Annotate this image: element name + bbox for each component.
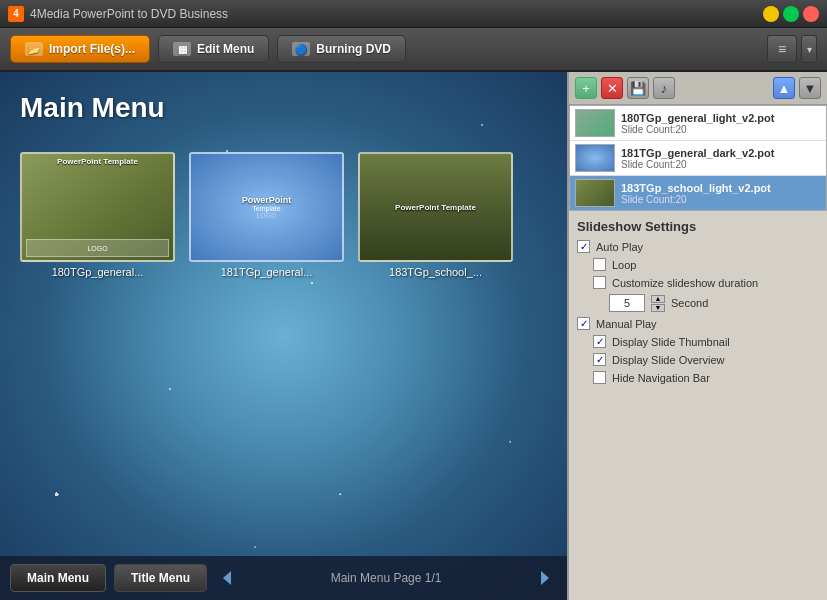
slideshow-settings: Slideshow Settings Auto Play Loop Custom… bbox=[569, 211, 827, 600]
next-page-button[interactable] bbox=[533, 566, 557, 590]
auto-play-label: Auto Play bbox=[596, 241, 643, 253]
slides-grid: PowerPoint Template LOGO 180TGp_general.… bbox=[10, 142, 557, 288]
file-sub-1: Slide Count:20 bbox=[621, 124, 821, 135]
duration-up-button[interactable]: ▲ bbox=[651, 295, 665, 303]
slide-item-2[interactable]: PowerPoint Template LOGO 181TGp_general.… bbox=[189, 152, 344, 278]
display-slide-thumbnail-label: Display Slide Thumbnail bbox=[612, 336, 730, 348]
app-icon: 4 bbox=[8, 6, 24, 22]
window-controls bbox=[763, 6, 819, 22]
file-thumb-3 bbox=[575, 179, 615, 207]
burning-dvd-button[interactable]: 🔵 Burning DVD bbox=[277, 35, 406, 63]
edit-menu-icon: ▦ bbox=[173, 42, 191, 56]
slide2-text: PowerPoint Template LOGO bbox=[191, 154, 342, 260]
prev-page-button[interactable] bbox=[215, 566, 239, 590]
customize-duration-row: Customize slideshow duration bbox=[577, 276, 819, 289]
file-sub-3: Slide Count:20 bbox=[621, 194, 821, 205]
hide-navigation-bar-label: Hide Navigation Bar bbox=[612, 372, 710, 384]
duration-spinner: ▲ ▼ bbox=[651, 295, 665, 312]
file-name-1: 180TGp_general_light_v2.pot bbox=[621, 112, 821, 124]
manual-play-label: Manual Play bbox=[596, 318, 657, 330]
loop-row: Loop bbox=[577, 258, 819, 271]
display-slide-overview-row: Display Slide Overview bbox=[577, 353, 819, 366]
slide2-title: PowerPoint bbox=[242, 195, 292, 205]
file-thumb-2 bbox=[575, 144, 615, 172]
duration-value-row: ▲ ▼ Second bbox=[577, 294, 819, 312]
display-slide-overview-label: Display Slide Overview bbox=[612, 354, 724, 366]
maximize-button[interactable] bbox=[783, 6, 799, 22]
slide-thumb-3: PowerPoint Template bbox=[358, 152, 513, 262]
prev-arrow-icon bbox=[217, 568, 237, 588]
slide-thumb-1: PowerPoint Template LOGO bbox=[20, 152, 175, 262]
main-menu-nav-button[interactable]: Main Menu bbox=[10, 564, 106, 592]
import-files-button[interactable]: 📂 Import File(s)... bbox=[10, 35, 150, 63]
file-thumb-1 bbox=[575, 109, 615, 137]
toolbar-right: ≡ ▾ bbox=[767, 35, 817, 63]
slide2-label: 181TGp_general... bbox=[221, 266, 313, 278]
hide-navigation-bar-row: Hide Navigation Bar bbox=[577, 371, 819, 384]
music-button[interactable]: ♪ bbox=[653, 77, 675, 99]
save-file-button[interactable]: 💾 bbox=[627, 77, 649, 99]
file-item-3[interactable]: 183TGp_school_light_v2.pot Slide Count:2… bbox=[570, 176, 826, 210]
move-down-button[interactable]: ▼ bbox=[799, 77, 821, 99]
file-name-2: 181TGp_general_dark_v2.pot bbox=[621, 147, 821, 159]
slide2-logo-label: LOGO bbox=[256, 212, 276, 219]
file-name-3: 183TGp_school_light_v2.pot bbox=[621, 182, 821, 194]
slide1-inner-label: PowerPoint Template bbox=[22, 157, 173, 166]
bottom-navigation: Main Menu Title Menu Main Menu Page 1/1 bbox=[0, 556, 567, 600]
duration-unit-label: Second bbox=[671, 297, 708, 309]
app-title: 4Media PowerPoint to DVD Business bbox=[30, 7, 757, 21]
slide1-logo: LOGO bbox=[26, 239, 169, 257]
loop-label: Loop bbox=[612, 259, 636, 271]
duration-input[interactable] bbox=[609, 294, 645, 312]
remove-file-button[interactable]: ✕ bbox=[601, 77, 623, 99]
toolbar: 📂 Import File(s)... ▦ Edit Menu 🔵 Burnin… bbox=[0, 28, 827, 72]
add-file-button[interactable]: + bbox=[575, 77, 597, 99]
display-slide-overview-checkbox[interactable] bbox=[593, 353, 606, 366]
settings-title: Slideshow Settings bbox=[577, 219, 819, 234]
customize-duration-label: Customize slideshow duration bbox=[612, 277, 758, 289]
display-slide-thumbnail-checkbox[interactable] bbox=[593, 335, 606, 348]
next-arrow-icon bbox=[535, 568, 555, 588]
main-area: Main Menu PowerPoint Template LOGO 180TG… bbox=[0, 72, 827, 600]
display-slide-thumbnail-row: Display Slide Thumbnail bbox=[577, 335, 819, 348]
title-menu-nav-button[interactable]: Title Menu bbox=[114, 564, 207, 592]
manual-play-row: Manual Play bbox=[577, 317, 819, 330]
file-list: 180TGp_general_light_v2.pot Slide Count:… bbox=[569, 105, 827, 211]
import-icon: 📂 bbox=[25, 42, 43, 56]
burning-icon: 🔵 bbox=[292, 42, 310, 56]
slide3-label: 183TGp_school_... bbox=[389, 266, 482, 278]
duration-down-button[interactable]: ▼ bbox=[651, 304, 665, 312]
move-up-button[interactable]: ▲ bbox=[773, 77, 795, 99]
auto-play-checkbox[interactable] bbox=[577, 240, 590, 253]
file-list-toolbar: + ✕ 💾 ♪ ▲ ▼ bbox=[569, 72, 827, 105]
toolbar-dropdown-button[interactable]: ▾ bbox=[801, 35, 817, 63]
file-sub-2: Slide Count:20 bbox=[621, 159, 821, 170]
file-item-1[interactable]: 180TGp_general_light_v2.pot Slide Count:… bbox=[570, 106, 826, 141]
edit-menu-button[interactable]: ▦ Edit Menu bbox=[158, 35, 269, 63]
customize-duration-checkbox[interactable] bbox=[593, 276, 606, 289]
list-view-button[interactable]: ≡ bbox=[767, 35, 797, 63]
file-info-1: 180TGp_general_light_v2.pot Slide Count:… bbox=[621, 112, 821, 135]
auto-play-row: Auto Play bbox=[577, 240, 819, 253]
hide-navigation-bar-checkbox[interactable] bbox=[593, 371, 606, 384]
slide2-sub: Template bbox=[252, 205, 280, 212]
minimize-button[interactable] bbox=[763, 6, 779, 22]
slide3-inner: PowerPoint Template bbox=[360, 154, 511, 260]
file-info-3: 183TGp_school_light_v2.pot Slide Count:2… bbox=[621, 182, 821, 205]
file-item-2[interactable]: 181TGp_general_dark_v2.pot Slide Count:2… bbox=[570, 141, 826, 176]
main-menu-title: Main Menu bbox=[20, 92, 165, 124]
right-panel: + ✕ 💾 ♪ ▲ ▼ 180TGp_general_light_v2.pot … bbox=[567, 72, 827, 600]
svg-marker-1 bbox=[541, 571, 549, 585]
loop-checkbox[interactable] bbox=[593, 258, 606, 271]
slide-item-1[interactable]: PowerPoint Template LOGO 180TGp_general.… bbox=[20, 152, 175, 278]
close-button[interactable] bbox=[803, 6, 819, 22]
manual-play-checkbox[interactable] bbox=[577, 317, 590, 330]
page-indicator: Main Menu Page 1/1 bbox=[247, 571, 525, 585]
preview-panel: Main Menu PowerPoint Template LOGO 180TG… bbox=[0, 72, 567, 600]
title-bar: 4 4Media PowerPoint to DVD Business bbox=[0, 0, 827, 28]
svg-marker-0 bbox=[223, 571, 231, 585]
slide-item-3[interactable]: PowerPoint Template 183TGp_school_... bbox=[358, 152, 513, 278]
slide-thumb-2: PowerPoint Template LOGO bbox=[189, 152, 344, 262]
slide1-label: 180TGp_general... bbox=[52, 266, 144, 278]
file-info-2: 181TGp_general_dark_v2.pot Slide Count:2… bbox=[621, 147, 821, 170]
